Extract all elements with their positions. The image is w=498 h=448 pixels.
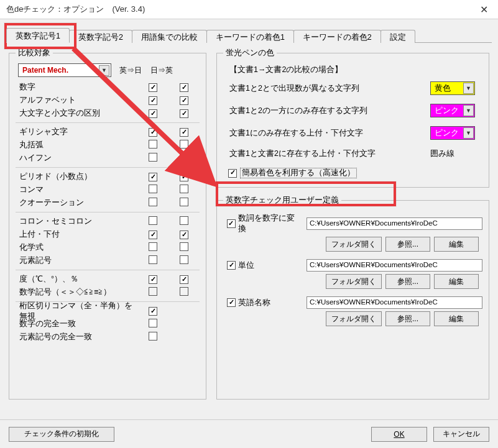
checkbox[interactable]: ✓ <box>180 96 188 105</box>
userdef-path[interactable]: C:¥Users¥OWNER¥Documents¥IroDeC <box>307 259 482 272</box>
highlight-color-dropdown[interactable]: ピンク ▼ <box>430 126 475 140</box>
edit-button[interactable]: 編集 <box>434 274 479 289</box>
open-folder-button[interactable]: フォルダ開く <box>326 237 382 252</box>
color-value: 黄色 <box>435 83 451 94</box>
checkbox[interactable]: ✓ <box>227 298 236 307</box>
group-userdef-legend: 英数字チェック用ユーザー定義 <box>223 195 341 206</box>
compare-row-label: 丸括弧 <box>19 140 137 150</box>
tab-strip: 英数字記号1 英数字記号2 用語集での比較 キーワードの着色1 キーワードの着色… <box>6 28 492 43</box>
checkbox[interactable]: ✓ <box>180 231 188 239</box>
compare-row-label: 度（℃、°）、％ <box>19 274 137 285</box>
highlight-subtitle: 【文書1→文書2の比較の場合】 <box>229 65 482 75</box>
userdef-path[interactable]: C:¥Users¥OWNER¥Documents¥IroDeC <box>307 296 482 309</box>
checkbox[interactable] <box>180 287 188 296</box>
checkbox[interactable]: ✓ <box>180 109 188 118</box>
checkbox[interactable]: ✓ <box>149 173 157 181</box>
open-folder-button[interactable]: フォルダ開く <box>326 274 382 289</box>
compare-row: クオーテーション <box>16 196 200 209</box>
color-value: ピンク <box>435 106 459 116</box>
compare-row-label: コロン・セミコロン <box>19 216 137 227</box>
group-highlight: 蛍光ペンの色 【文書1→文書2の比較の場合】 文書1と2とで出現数が異なる文字列… <box>216 48 489 188</box>
checkbox[interactable] <box>180 185 188 193</box>
highlight-color-dropdown[interactable]: 黄色 ▼ <box>430 81 475 95</box>
compare-row-label: ピリオド（小数点） <box>19 171 137 182</box>
checkbox[interactable]: ✓ <box>180 83 188 92</box>
checkbox[interactable]: ✓ <box>149 231 157 239</box>
tab-glossary[interactable]: 用語集での比較 <box>132 30 207 43</box>
checkbox[interactable]: ✓ <box>149 83 157 92</box>
close-icon[interactable]: ✕ <box>470 0 498 19</box>
checkbox[interactable] <box>149 153 157 162</box>
compare-row-label: 化学式 <box>19 242 137 253</box>
profile-dropdown[interactable]: Patent Mech. ▼ <box>18 63 111 77</box>
chevron-down-icon[interactable]: ▼ <box>463 83 474 94</box>
checkbox[interactable]: ✓ <box>149 109 157 118</box>
checkbox[interactable]: ✓ <box>180 275 188 284</box>
compare-row: 度（℃、°）、％✓✓ <box>16 273 200 286</box>
compare-row-label: ギリシャ文字 <box>19 127 137 137</box>
userdef-label: 単位 <box>238 260 254 271</box>
tab-keyword2[interactable]: キーワードの着色2 <box>293 30 381 43</box>
chevron-down-icon[interactable]: ▼ <box>99 65 109 76</box>
checkbox[interactable] <box>180 255 188 264</box>
checkbox[interactable]: ✓ <box>227 219 236 228</box>
edit-button[interactable]: 編集 <box>434 311 479 326</box>
compare-row: 数学記号（＜＞◇≦≧≡≧） <box>16 286 200 299</box>
compare-row: コンマ <box>16 183 200 196</box>
highlight-row-label: 文書1にのみ存在する上付・下付文字 <box>229 128 430 139</box>
tab-label: 英数字記号2 <box>78 32 123 43</box>
browse-button[interactable]: 参照... <box>385 274 430 289</box>
compare-row: 元素記号の完全一致 <box>16 331 200 344</box>
userdef-row: ✓数詞を数字に変換C:¥Users¥OWNER¥Documents¥IroDeC <box>227 213 482 234</box>
checkbox[interactable] <box>180 153 188 162</box>
checkbox[interactable] <box>149 332 157 341</box>
reset-button[interactable]: チェック条件の初期化 <box>9 427 114 442</box>
speed-checkbox[interactable]: ✓ <box>228 169 237 178</box>
userdef-path[interactable]: C:¥Users¥OWNER¥Documents¥IroDeC <box>307 217 482 230</box>
compare-row: 数字✓✓ <box>16 81 200 94</box>
checkbox[interactable]: ✓ <box>149 307 157 316</box>
checkbox[interactable] <box>180 242 188 251</box>
checkbox[interactable] <box>149 255 157 264</box>
compare-row: 化学式 <box>16 241 200 254</box>
chevron-down-icon[interactable]: ▼ <box>463 127 474 139</box>
tab-alnum1[interactable]: 英数字記号1 <box>6 28 70 43</box>
highlight-row-label: 文書1と2とで出現数が異なる文字列 <box>229 83 430 94</box>
checkbox[interactable] <box>149 198 157 206</box>
checkbox[interactable]: ✓ <box>149 275 157 284</box>
tab-keyword1[interactable]: キーワードの着色1 <box>206 30 294 43</box>
highlight-color-dropdown[interactable]: ピンク ▼ <box>430 104 475 117</box>
checkbox[interactable] <box>149 287 157 296</box>
compare-row-label: 元素記号 <box>19 255 137 266</box>
checkbox[interactable]: ✓ <box>149 128 157 137</box>
checkbox[interactable]: ✓ <box>180 173 188 181</box>
checkbox[interactable] <box>149 319 157 327</box>
tab-label: 英数字記号1 <box>16 31 60 42</box>
profile-value: Patent Mech. <box>22 66 68 75</box>
chevron-down-icon[interactable]: ▼ <box>463 105 474 116</box>
open-folder-button[interactable]: フォルダ開く <box>326 311 382 326</box>
tab-alnum2[interactable]: 英数字記号2 <box>69 30 132 43</box>
cancel-button[interactable]: キャンセル <box>433 427 489 442</box>
speed-label: 簡易着色を利用する（高速化） <box>241 168 356 178</box>
checkbox[interactable] <box>180 216 188 225</box>
checkbox[interactable]: ✓ <box>180 128 188 137</box>
checkbox[interactable] <box>180 140 188 149</box>
checkbox[interactable] <box>180 198 188 206</box>
browse-button[interactable]: 参照... <box>385 237 430 252</box>
compare-row-label: 大文字と小文字の区別 <box>19 108 137 119</box>
compare-row-label: 数学記号（＜＞◇≦≧≡≧） <box>19 287 137 298</box>
ok-button[interactable]: OK <box>371 427 427 442</box>
browse-button[interactable]: 参照... <box>385 311 430 326</box>
checkbox[interactable] <box>149 242 157 251</box>
checkbox[interactable]: ✓ <box>149 96 157 105</box>
edit-button[interactable]: 編集 <box>434 237 479 252</box>
checkbox[interactable] <box>149 140 157 149</box>
compare-row-label: クオーテーション <box>19 198 137 208</box>
tab-settings[interactable]: 設定 <box>380 30 415 43</box>
checkbox[interactable]: ✓ <box>227 261 236 270</box>
checkbox[interactable] <box>149 185 157 193</box>
checkbox[interactable] <box>149 216 157 225</box>
compare-row: 上付・下付✓✓ <box>16 228 200 241</box>
group-compare-legend: 比較対象 <box>16 48 53 58</box>
